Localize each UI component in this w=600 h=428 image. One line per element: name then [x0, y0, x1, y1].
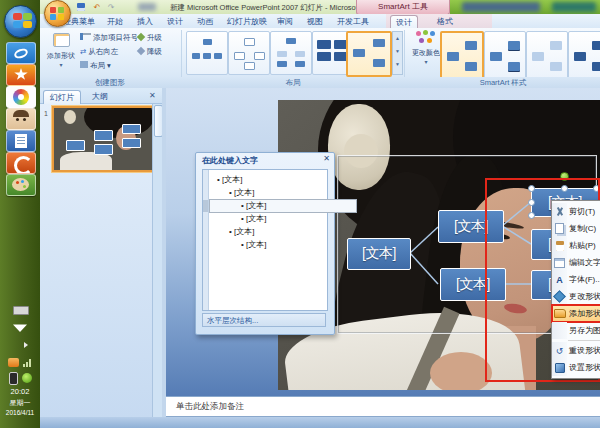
tray-expand-arrow-icon[interactable]: [24, 342, 28, 348]
demote-button[interactable]: 降级: [138, 45, 162, 58]
tab-slideshow[interactable]: 幻灯片放映: [222, 15, 272, 28]
menu-item-cut[interactable]: 剪切(T): [552, 203, 600, 220]
taskbar: 20:02 星期一 2016/4/11: [0, 0, 41, 428]
qat-customize-blur: [138, 3, 156, 11]
tab-insert[interactable]: 插入: [132, 15, 158, 28]
tab-home[interactable]: 开始: [102, 15, 128, 28]
paste-icon: [552, 237, 567, 254]
layouts-group-label: 布局: [182, 78, 404, 88]
slides-panel: 幻灯片 大纲 ✕ 1: [40, 88, 163, 418]
add-shape-icon: [53, 33, 70, 47]
right-to-left-button[interactable]: ⇄从右向左: [80, 45, 118, 58]
style-thumb-4[interactable]: [568, 31, 600, 81]
style-thumb-1-selected[interactable]: [440, 31, 484, 81]
layout-thumb-3[interactable]: [270, 31, 312, 75]
notes-placeholder[interactable]: 单击此处添加备注: [166, 396, 600, 417]
cut-icon: [552, 203, 567, 220]
panel-close-icon[interactable]: ✕: [149, 91, 156, 100]
promote-button[interactable]: 升级: [138, 31, 162, 44]
document-app-icon[interactable]: [6, 130, 36, 152]
text-pane-gutter: [203, 170, 209, 310]
edit-text-icon: [552, 254, 567, 271]
text-pane-row[interactable]: • [文本]: [229, 226, 254, 238]
menu-item-change-shape[interactable]: 更改形状: [552, 288, 600, 305]
text-pane-row[interactable]: • [文本]: [241, 213, 266, 225]
thumb-node: [122, 124, 141, 134]
smartart-node-level1[interactable]: [文本]: [347, 238, 411, 270]
outline-tab[interactable]: 大纲: [86, 90, 114, 103]
text-pane-close-icon[interactable]: ✕: [323, 154, 330, 163]
add-shape-label: 添加形状: [44, 51, 78, 61]
menu-item-font[interactable]: A字体(F)...: [552, 271, 600, 288]
layout-thumb-1[interactable]: [186, 31, 228, 75]
bullet-list-icon: [80, 33, 91, 40]
format-shape-icon: [552, 359, 567, 376]
style-thumb-2[interactable]: [484, 31, 526, 81]
add-bullet-button[interactable]: 添加项目符号: [80, 31, 138, 44]
tab-smartart-design[interactable]: 设计: [390, 15, 418, 29]
powerpoint-app-icon[interactable]: [6, 152, 36, 174]
avatar-app-icon[interactable]: [6, 108, 36, 130]
menu-item-edit-text[interactable]: 编辑文字: [552, 254, 600, 271]
layout-thumb-horizontal-hierarchy-selected[interactable]: [346, 31, 392, 77]
thumb-flower: [64, 110, 76, 124]
office-button[interactable]: [44, 0, 71, 27]
font-icon: A: [552, 271, 567, 288]
thumb-node: [66, 140, 85, 151]
menu-item-format-shape[interactable]: 设置形状: [552, 359, 600, 376]
desktop-background: [450, 0, 600, 15]
add-shape-button[interactable]: 添加形状 ▾: [44, 30, 78, 76]
layout-thumb-2[interactable]: [228, 31, 270, 75]
promote-icon: [137, 33, 145, 41]
menu-item-paste[interactable]: 粘贴(P): [552, 237, 600, 254]
tab-review[interactable]: 审阅: [272, 15, 298, 28]
ribbon-tab-row: 经典菜单 开始 插入 设计 动画 幻灯片放映 审阅 视图 开发工具 设计 格式: [40, 14, 600, 29]
menu-item-add-shape[interactable]: 添加形状: [552, 305, 600, 322]
slides-tab[interactable]: 幻灯片: [43, 90, 81, 104]
menu-item-reset-shape[interactable]: ↺重设形状: [552, 342, 600, 359]
demote-icon: [137, 47, 145, 55]
paint-palette-app-icon[interactable]: [6, 174, 36, 196]
change-colors-label: 更改颜色: [408, 48, 444, 58]
game-star-app-icon[interactable]: [6, 64, 36, 86]
keyboard-tray-icon[interactable]: [13, 306, 29, 315]
undo-button[interactable]: ↶: [92, 3, 102, 12]
style-thumb-3[interactable]: [526, 31, 568, 81]
tab-developer[interactable]: 开发工具: [332, 15, 374, 28]
shield-tray-icon[interactable]: [22, 373, 32, 383]
text-pane-row-selected[interactable]: • [文本]: [210, 200, 356, 212]
tab-smartart-format[interactable]: 格式: [432, 15, 458, 28]
text-pane-window: 在此处键入文字 ✕ • [文本] • [文本] • [文本] • [文本] • …: [195, 152, 335, 335]
text-pane-row[interactable]: • [文本]: [229, 187, 254, 199]
change-colors-button[interactable]: 更改颜色 ▾: [408, 30, 444, 76]
text-pane-content[interactable]: • [文本] • [文本] • [文本] • [文本] • [文本] • [文本…: [202, 169, 328, 311]
menu-separator: [568, 340, 600, 341]
tray-weekday: 星期一: [0, 398, 40, 408]
text-pane-row[interactable]: • [文本]: [241, 239, 266, 251]
change-colors-icon: [415, 30, 437, 44]
redo-button[interactable]: ↷: [106, 3, 116, 12]
add-shape-menu-icon: [552, 305, 567, 322]
messenger-app-icon[interactable]: [6, 42, 36, 64]
text-pane-footer[interactable]: 水平层次结构...: [202, 313, 326, 327]
media-wheel-app-icon[interactable]: [6, 86, 36, 108]
start-button[interactable]: [4, 5, 37, 38]
wifi-tray-icon[interactable]: [13, 322, 27, 332]
chat-tray-icon[interactable]: [8, 358, 19, 367]
create-group-label: 创建图形: [40, 78, 180, 88]
tab-design[interactable]: 设计: [162, 15, 188, 28]
tab-animations[interactable]: 动画: [192, 15, 218, 28]
layout-button[interactable]: 布局 ▾: [80, 59, 111, 72]
save-button[interactable]: [76, 3, 86, 12]
tab-view[interactable]: 视图: [302, 15, 328, 28]
text-pane-title: 在此处键入文字: [202, 155, 258, 166]
slide-1-thumbnail[interactable]: [52, 106, 156, 172]
text-pane-row[interactable]: • [文本]: [217, 174, 242, 186]
menu-item-save-as-picture[interactable]: 另存为图: [552, 322, 600, 339]
ribbon-group-labels: 创建图形 布局 SmartArt 样式: [40, 77, 600, 88]
gallery-scrollbar[interactable]: ▲▼▼: [392, 31, 403, 75]
blurred-window-title: [462, 2, 540, 12]
phone-tray-icon[interactable]: [9, 372, 18, 385]
tray-clock[interactable]: 20:02: [0, 387, 40, 396]
menu-item-copy[interactable]: 复制(C): [552, 220, 600, 237]
